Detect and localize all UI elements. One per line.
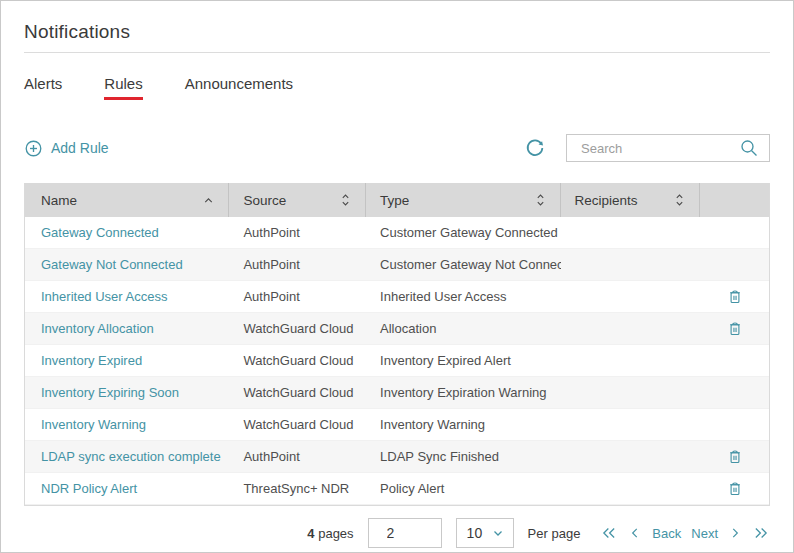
chevron-down-icon: [491, 526, 505, 540]
title-divider: [24, 52, 770, 53]
pagination-nav: Back Next: [600, 525, 770, 541]
plus-circle-icon: [24, 139, 43, 158]
pages-label: pages: [318, 526, 353, 541]
type-cell: Inherited User Access: [366, 289, 560, 304]
tab-rules[interactable]: Rules: [104, 75, 142, 100]
rule-name-link[interactable]: Gateway Connected: [41, 225, 159, 240]
trash-icon: [726, 447, 744, 466]
toolbar: Add Rule: [24, 133, 770, 163]
prev-page-button[interactable]: [628, 525, 642, 541]
table-row: Inventory Expiring Soon WatchGuard Cloud…: [25, 377, 769, 409]
per-page-select[interactable]: 10: [456, 518, 514, 548]
trash-icon: [726, 319, 744, 338]
source-cell: WatchGuard Cloud: [229, 417, 366, 432]
tab-bar: Alerts Rules Announcements: [24, 75, 770, 100]
table-row: Inventory Allocation WatchGuard Cloud Al…: [25, 313, 769, 345]
rule-name-link[interactable]: NDR Policy Alert: [41, 481, 137, 496]
table-row: LDAP sync execution complete AuthPoint L…: [25, 441, 769, 473]
rule-name-link[interactable]: Inventory Expired: [41, 353, 142, 368]
first-page-button[interactable]: [600, 525, 618, 541]
type-cell: Allocation: [366, 321, 560, 336]
add-rule-button[interactable]: Add Rule: [24, 139, 109, 158]
column-header-source[interactable]: Source: [229, 183, 366, 217]
next-button[interactable]: Next: [691, 526, 718, 541]
table-row: NDR Policy Alert ThreatSync+ NDR Policy …: [25, 473, 769, 505]
refresh-button[interactable]: [524, 137, 546, 159]
delete-rule-button[interactable]: [726, 447, 744, 466]
next-page-button[interactable]: [728, 525, 742, 541]
type-cell: Inventory Warning: [366, 417, 560, 432]
source-cell: WatchGuard Cloud: [229, 321, 366, 336]
rule-name-link[interactable]: Inventory Warning: [41, 417, 146, 432]
pages-count: 4: [307, 526, 314, 541]
type-cell: Customer Gateway Not Connected: [366, 257, 560, 272]
sort-both-icon: [534, 192, 547, 208]
table-row: Inventory Expired WatchGuard Cloud Inven…: [25, 345, 769, 377]
pagination-bar: 4 pages 10 Per page Back Next: [24, 518, 770, 548]
table-row: Gateway Not Connected AuthPoint Customer…: [25, 249, 769, 281]
delete-rule-button[interactable]: [726, 479, 744, 498]
tab-alerts[interactable]: Alerts: [24, 75, 62, 100]
type-cell: Policy Alert: [366, 481, 560, 496]
double-chevron-left-icon: [600, 525, 618, 541]
add-rule-label: Add Rule: [51, 140, 109, 156]
table-row: Inventory Warning WatchGuard Cloud Inven…: [25, 409, 769, 441]
source-cell: WatchGuard Cloud: [229, 353, 366, 368]
source-cell: AuthPoint: [229, 225, 366, 240]
rule-name-link[interactable]: Gateway Not Connected: [41, 257, 183, 272]
type-cell: LDAP Sync Finished: [366, 449, 560, 464]
type-cell: Inventory Expiration Warning: [366, 385, 560, 400]
source-cell: WatchGuard Cloud: [229, 385, 366, 400]
current-page-input[interactable]: [368, 518, 442, 548]
double-chevron-right-icon: [752, 525, 770, 541]
table-header-row: Name Source Type Recipients: [25, 183, 769, 217]
trash-icon: [726, 479, 744, 498]
table-row: Inherited User Access AuthPoint Inherite…: [25, 281, 769, 313]
column-header-type[interactable]: Type: [366, 183, 560, 217]
tab-announcements[interactable]: Announcements: [185, 75, 293, 100]
back-button[interactable]: Back: [652, 526, 681, 541]
rules-table: Name Source Type Recipients: [24, 183, 770, 506]
refresh-icon: [524, 137, 546, 159]
type-cell: Inventory Expired Alert: [366, 353, 560, 368]
column-header-name[interactable]: Name: [25, 183, 229, 217]
chevron-left-icon: [628, 525, 642, 541]
source-cell: AuthPoint: [229, 289, 366, 304]
page-container: Notifications Alerts Rules Announcements…: [0, 0, 794, 553]
chevron-right-icon: [728, 525, 742, 541]
delete-rule-button[interactable]: [726, 319, 744, 338]
rule-name-link[interactable]: Inherited User Access: [41, 289, 167, 304]
type-cell: Customer Gateway Connected: [366, 225, 560, 240]
rule-name-link[interactable]: Inventory Allocation: [41, 321, 154, 336]
sort-both-icon: [339, 192, 352, 208]
source-cell: AuthPoint: [229, 257, 366, 272]
column-header-actions: [700, 183, 769, 217]
pages-count-label: 4 pages: [307, 526, 353, 541]
search-box: [566, 134, 770, 162]
sort-ascending-icon: [202, 194, 215, 207]
search-icon[interactable]: [739, 138, 759, 158]
toolbar-right: [524, 134, 770, 162]
column-header-recipients[interactable]: Recipients: [561, 183, 701, 217]
table-row: Gateway Connected AuthPoint Customer Gat…: [25, 217, 769, 249]
delete-rule-button[interactable]: [726, 287, 744, 306]
source-cell: ThreatSync+ NDR: [229, 481, 366, 496]
rule-name-link[interactable]: Inventory Expiring Soon: [41, 385, 179, 400]
trash-icon: [726, 287, 744, 306]
per-page-value: 10: [467, 525, 483, 541]
page-title: Notifications: [24, 21, 770, 43]
sort-both-icon: [673, 192, 686, 208]
rule-name-link[interactable]: LDAP sync execution complete: [41, 449, 221, 464]
source-cell: AuthPoint: [229, 449, 366, 464]
last-page-button[interactable]: [752, 525, 770, 541]
search-input[interactable]: [581, 141, 739, 156]
per-page-label: Per page: [528, 526, 581, 541]
